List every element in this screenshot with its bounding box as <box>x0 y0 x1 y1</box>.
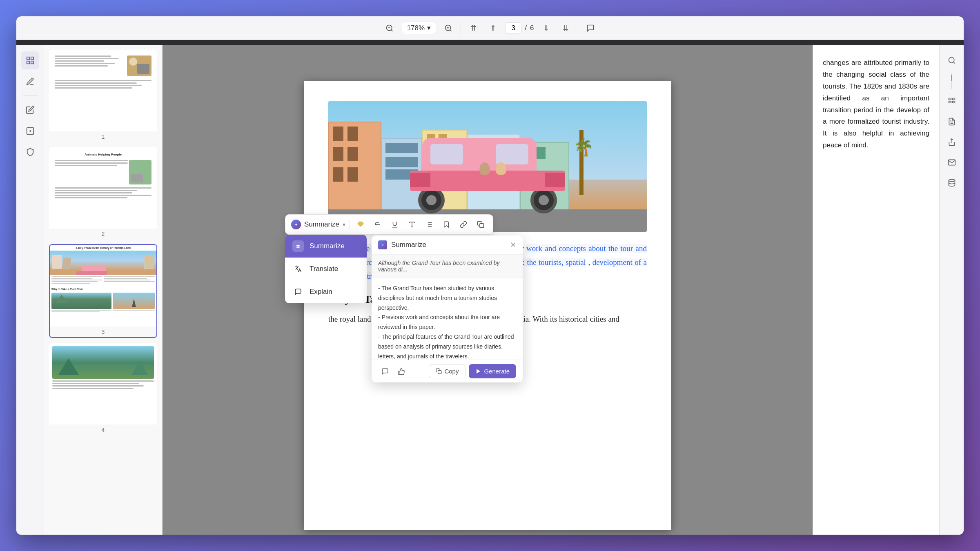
right-panel-text: changes are attributed primarily to the … <box>823 57 929 151</box>
svg-text:≡: ≡ <box>381 243 383 247</box>
generate-btn-label: Generate <box>484 368 510 375</box>
export-right-btn[interactable] <box>943 113 961 131</box>
sidebar-annotate-btn[interactable] <box>21 73 39 91</box>
thumb-up-btn[interactable] <box>394 364 408 378</box>
dropdown-explain[interactable]: Explain <box>285 280 367 303</box>
translate-menu-label: Translate <box>310 265 338 273</box>
svg-rect-32 <box>952 98 955 100</box>
thumbnail-page-2[interactable]: Animals Helping People <box>49 147 157 239</box>
right-tools <box>939 45 964 535</box>
summary-text: - The Grand Tour has been studied by var… <box>378 284 516 360</box>
scroll-indicator <box>943 72 961 90</box>
thumb-4-image <box>49 343 157 424</box>
sidebar-edit-btn[interactable] <box>21 101 39 119</box>
summarize-icon: ✦ <box>291 220 301 229</box>
thumbnail-panel: 1 Animals Helping People <box>44 45 163 535</box>
bookmark-btn[interactable] <box>440 218 453 231</box>
underline-btn[interactable] <box>388 218 401 231</box>
sidebar-thumbnails-btn[interactable] <box>21 51 39 69</box>
thumb-2-image: Animals Helping People <box>49 147 157 229</box>
copy-icon-btn[interactable] <box>474 218 487 231</box>
thumb-1-image <box>49 50 157 131</box>
right-text-panel: changes are attributed primarily to the … <box>813 45 939 535</box>
highlight-btn[interactable] <box>354 218 367 231</box>
storage-right-btn[interactable] <box>943 174 961 192</box>
svg-rect-34 <box>952 101 955 103</box>
search-right-btn[interactable] <box>943 51 961 69</box>
svg-rect-1 <box>31 57 33 60</box>
summarize-panel-preview: Although the Grand Tour has been examine… <box>372 255 523 278</box>
svg-rect-2 <box>27 61 29 64</box>
strikethrough-btn[interactable] <box>371 218 384 231</box>
summarize-menu-icon: ≡ <box>292 240 304 252</box>
summarize-label: Summarize <box>304 220 339 229</box>
summarize-panel-content: - The Grand Tour has been studied by var… <box>372 278 523 360</box>
thumbnail-page-1[interactable]: 1 <box>49 50 157 142</box>
dropdown-translate[interactable]: Translate <box>285 258 367 280</box>
thumbnail-page-4[interactable]: 4 <box>49 343 157 435</box>
copy-result-btn[interactable]: Copy <box>429 364 466 378</box>
thumb-4-label: 4 <box>49 424 157 435</box>
feedback-btn[interactable] <box>378 364 392 378</box>
svg-line-30 <box>953 62 955 64</box>
svg-text:✦: ✦ <box>294 222 298 227</box>
svg-marker-28 <box>477 369 481 373</box>
explain-menu-icon <box>292 286 304 298</box>
summarize-panel-title: ≡ Summarize <box>378 240 426 249</box>
thumbnail-right-btn[interactable] <box>943 92 961 110</box>
share-right-btn[interactable] <box>943 133 961 151</box>
toolbar-sep <box>350 220 350 229</box>
app-window: UPDF File Help ▾ pets report ✕ + ⌄ B <box>16 16 964 535</box>
summarize-dropdown: ≡ Summarize Translate <box>285 235 367 303</box>
pdf-hero-image: 🌴 <box>328 101 647 232</box>
email-right-btn[interactable] <box>943 153 961 171</box>
svg-point-38 <box>949 180 955 182</box>
main-layout: 1 Animals Helping People <box>16 45 964 535</box>
panel-close-btn[interactable]: ✕ <box>510 240 516 249</box>
sidebar-divider <box>23 96 38 96</box>
svg-rect-33 <box>949 101 951 103</box>
svg-rect-27 <box>438 371 441 374</box>
link-btn[interactable] <box>457 218 470 231</box>
svg-rect-31 <box>949 98 951 100</box>
summarize-dropdown-arrow: ▾ <box>343 221 345 228</box>
text-btn[interactable] <box>405 218 419 231</box>
panel-title-text: Summarize <box>391 241 426 249</box>
unselected-text-5: , <box>588 258 592 267</box>
svg-point-29 <box>949 58 954 63</box>
summarize-panel-footer: Copy Generate <box>372 360 523 382</box>
sidebar-icons <box>16 45 44 535</box>
thumb-2-label: 2 <box>49 229 157 239</box>
thumbnail-page-3[interactable]: A Key Phase in the History of Tourism La… <box>49 244 157 338</box>
svg-rect-24 <box>480 224 484 228</box>
thumb-3-image: A Key Phase in the History of Tourism La… <box>50 245 156 327</box>
summarize-toolbar[interactable]: ✦ Summarize ▾ <box>285 214 493 235</box>
summarize-result-panel: ≡ Summarize ✕ Although the Grand Tour ha… <box>372 236 523 382</box>
dropdown-summarize[interactable]: ≡ Summarize <box>285 235 367 258</box>
generate-btn[interactable]: Generate <box>469 364 516 378</box>
thumb-3-label: 3 <box>50 327 156 337</box>
summarize-panel-header: ≡ Summarize ✕ <box>372 236 523 255</box>
svg-rect-0 <box>27 57 29 60</box>
summarize-menu-label: Summarize <box>310 242 345 250</box>
pdf-area: 🌴 <box>163 45 813 535</box>
explain-menu-label: Explain <box>310 288 332 296</box>
copy-btn-label: Copy <box>444 368 459 375</box>
list-btn[interactable] <box>423 218 436 231</box>
sidebar-protect-btn[interactable] <box>21 143 39 161</box>
summarize-main-btn[interactable]: ✦ Summarize ▾ <box>291 220 345 229</box>
car-scene: 🌴 <box>328 101 647 232</box>
thumb-1-label: 1 <box>49 131 157 142</box>
sidebar-forms-btn[interactable] <box>21 122 39 140</box>
translate-menu-icon <box>292 263 304 275</box>
svg-rect-3 <box>31 61 33 64</box>
